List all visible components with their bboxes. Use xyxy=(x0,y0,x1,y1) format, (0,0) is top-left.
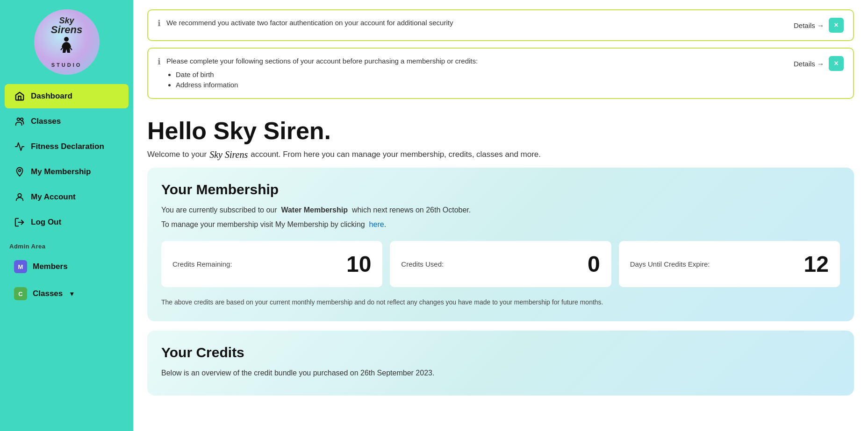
logo-text-siren: Sirens xyxy=(51,25,82,35)
sidebar-item-label-members: Members xyxy=(33,262,68,271)
alert-account-left: ℹ Please complete your following section… xyxy=(158,56,788,91)
sidebar-item-label-classes: Classes xyxy=(31,117,61,126)
account-icon xyxy=(14,191,25,203)
membership-card-title: Your Membership xyxy=(161,182,840,198)
sidebar-item-my-account[interactable]: My Account xyxy=(5,185,129,209)
sidebar-item-label-membership: My Membership xyxy=(31,167,91,177)
manage-text-after: . xyxy=(384,220,386,228)
alert-list-item-address: Address information xyxy=(176,80,478,91)
alert-account-details-link[interactable]: Details → xyxy=(794,60,824,68)
stat-value-days-expire: 12 xyxy=(804,251,829,277)
credits-subtitle: Below is an overview of the credit bundl… xyxy=(161,367,840,379)
info-icon-account: ℹ xyxy=(158,57,161,67)
sidebar-item-label-dashboard: Dashboard xyxy=(31,92,72,101)
svg-point-4 xyxy=(18,194,21,197)
alert-2fa-right: Details → × xyxy=(794,18,844,33)
stat-card-days-expire: Days Until Credits Expire: 12 xyxy=(619,241,840,287)
sidebar-item-classes-admin[interactable]: C Classes ▾ xyxy=(5,281,129,307)
svg-point-3 xyxy=(19,170,21,172)
alert-2fa-left: ℹ We recommend you activate two factor a… xyxy=(158,18,788,28)
membership-icon xyxy=(14,166,25,177)
credits-card: Your Credits Below is an overview of the… xyxy=(147,331,854,396)
stat-card-credits-remaining: Credits Remaining: 10 xyxy=(161,241,382,287)
alert-2fa-close-button[interactable]: × xyxy=(829,18,844,33)
svg-point-0 xyxy=(64,37,69,42)
stat-value-credits-remaining: 10 xyxy=(346,251,371,277)
alert-account-close-button[interactable]: × xyxy=(829,56,844,71)
alert-list-item-dob: Date of birth xyxy=(176,70,478,80)
logout-icon xyxy=(14,217,25,228)
manage-text-before: To manage your membership visit My Membe… xyxy=(161,220,365,228)
classes-admin-badge: C xyxy=(14,287,27,300)
brand-name: Sky Sirens xyxy=(209,149,248,160)
logo: Sky Sirens STUDIO xyxy=(34,9,100,75)
sidebar-item-dashboard[interactable]: Dashboard xyxy=(5,84,129,108)
svg-point-1 xyxy=(17,118,20,120)
alert-account-right: Details → × xyxy=(794,56,844,71)
alert-2fa-text: We recommend you activate two factor aut… xyxy=(166,18,453,28)
fitness-icon xyxy=(14,141,25,152)
greeting-section: Hello Sky Siren. Welcome to your Sky Sir… xyxy=(147,106,854,168)
stat-label-credits-remaining: Credits Remaining: xyxy=(172,260,232,268)
alert-account-list: Date of birth Address information xyxy=(176,70,478,91)
alert-2fa: ℹ We recommend you activate two factor a… xyxy=(147,9,854,41)
sidebar-item-log-out[interactable]: Log Out xyxy=(5,210,129,234)
membership-desc-before: You are currently subscribed to our xyxy=(161,206,277,214)
info-icon-2fa: ℹ xyxy=(158,18,161,28)
sidebar: Sky Sirens STUDIO Dashboard xyxy=(0,0,133,431)
stat-value-credits-used: 0 xyxy=(588,251,600,277)
sidebar-item-members[interactable]: M Members xyxy=(5,254,129,280)
members-badge: M xyxy=(14,260,27,273)
greeting-before: Welcome to your xyxy=(147,150,207,159)
membership-here-link[interactable]: here xyxy=(369,220,384,228)
stat-label-days-expire: Days Until Credits Expire: xyxy=(630,260,710,268)
sidebar-item-fitness-declaration[interactable]: Fitness Declaration xyxy=(5,134,129,159)
home-icon xyxy=(14,91,25,102)
membership-name: Water Membership xyxy=(281,206,348,214)
greeting-title: Hello Sky Siren. xyxy=(147,117,854,145)
sidebar-item-my-membership[interactable]: My Membership xyxy=(5,160,129,184)
membership-desc-after: which next renews on 26th October. xyxy=(352,206,471,214)
credits-note: The above credits are based on your curr… xyxy=(161,297,840,307)
alert-account-message: Please complete your following sections … xyxy=(166,57,478,65)
nav-menu: Dashboard Classes Fitness Declaration xyxy=(0,84,133,235)
sidebar-item-classes[interactable]: Classes xyxy=(5,109,129,134)
classes-icon xyxy=(14,116,25,127)
alert-account-text: Please complete your following sections … xyxy=(166,56,478,91)
stats-row: Credits Remaining: 10 Credits Used: 0 Da… xyxy=(161,241,840,287)
greeting-subtitle: Welcome to your Sky Sirens account. From… xyxy=(147,149,854,160)
sidebar-item-label-fitness: Fitness Declaration xyxy=(31,142,104,151)
chevron-down-icon: ▾ xyxy=(70,290,73,297)
admin-area-label: Admin Area xyxy=(0,235,133,254)
logo-figure xyxy=(57,36,76,60)
main-content: ℹ We recommend you activate two factor a… xyxy=(133,0,868,431)
logo-studio: STUDIO xyxy=(51,62,82,68)
stat-card-credits-used: Credits Used: 0 xyxy=(390,241,611,287)
alert-account: ℹ Please complete your following section… xyxy=(147,48,854,99)
stat-label-credits-used: Credits Used: xyxy=(401,260,444,268)
sidebar-item-label-account: My Account xyxy=(31,192,76,202)
sidebar-item-label-logout: Log Out xyxy=(31,218,61,227)
membership-card: Your Membership You are currently subscr… xyxy=(147,168,854,321)
membership-manage-desc: To manage your membership visit My Membe… xyxy=(161,219,840,231)
membership-desc-1: You are currently subscribed to our Wate… xyxy=(161,204,840,216)
alert-2fa-details-link[interactable]: Details → xyxy=(794,21,824,29)
admin-nav-menu: M Members C Classes ▾ xyxy=(0,254,133,308)
greeting-after: account. From here you can manage your m… xyxy=(251,150,541,159)
credits-card-title: Your Credits xyxy=(161,345,840,360)
sidebar-item-label-classes-admin: Classes xyxy=(33,289,63,298)
svg-point-2 xyxy=(21,118,23,120)
